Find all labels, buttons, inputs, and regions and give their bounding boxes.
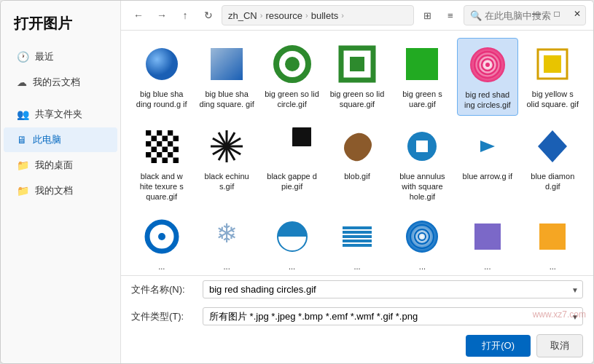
file-item-f19[interactable]: ... bbox=[392, 210, 453, 275]
filename-row: 文件名称(N): ▼ bbox=[121, 276, 593, 303]
file-label-f1: big blue sha ding round.g if bbox=[134, 89, 189, 110]
file-icon-f6 bbox=[466, 43, 509, 87]
open-button[interactable]: 打开(O) bbox=[466, 335, 531, 357]
bottom-bar: 文件名称(N): ▼ 文件类型(T): ▼ 打开(O) 取消 bbox=[121, 275, 593, 364]
file-item-f21[interactable]: ... bbox=[523, 210, 583, 275]
file-label-f13: blue arrow.g if bbox=[463, 171, 512, 181]
sidebar-item-desktop[interactable]: 📁我的桌面 bbox=[4, 153, 117, 178]
breadcrumb-item: resource bbox=[265, 10, 302, 21]
file-item-f4[interactable]: big green so lid square.gif bbox=[327, 38, 387, 116]
file-item-f8[interactable]: black and w hite texure s quare.gif bbox=[131, 120, 192, 207]
svg-rect-46 bbox=[173, 141, 179, 147]
file-item-f3[interactable]: big green so lid circle.gif bbox=[262, 38, 322, 116]
file-icon-f9 bbox=[205, 124, 249, 168]
file-item-f6[interactable]: big red shad ing circles.gif bbox=[457, 38, 517, 116]
file-label-f8: black and w hite texure s quare.gif bbox=[134, 171, 189, 202]
up-button[interactable]: ↑ bbox=[175, 5, 195, 25]
view-button-1[interactable]: ⊞ bbox=[417, 5, 437, 25]
file-label-f21: ... bbox=[550, 261, 556, 272]
svg-rect-32 bbox=[162, 130, 168, 136]
sidebar-label-share: 共享文件夹 bbox=[35, 108, 82, 121]
app-title: 打开图片 bbox=[1, 1, 120, 44]
svg-rect-45 bbox=[173, 135, 179, 141]
file-label-f2: big blue sha ding square. gif bbox=[199, 89, 254, 110]
file-icon-f11 bbox=[335, 124, 379, 168]
filename-input-wrap: ▼ bbox=[203, 280, 583, 298]
svg-rect-18 bbox=[146, 152, 152, 158]
file-label-f9: black echinu s.gif bbox=[199, 171, 254, 192]
file-icon-f20 bbox=[466, 215, 509, 258]
svg-rect-23 bbox=[151, 146, 157, 152]
forward-button[interactable]: → bbox=[152, 5, 172, 25]
file-item-f5[interactable]: big green s uare.gif bbox=[392, 38, 453, 116]
sidebar-item-recent[interactable]: 🕐最近 bbox=[4, 44, 117, 69]
sidebar-icon-cloud: ☁ bbox=[17, 76, 27, 88]
file-icon-f19 bbox=[400, 215, 444, 258]
svg-point-62 bbox=[223, 143, 230, 150]
file-item-f12[interactable]: blue annulus with square hole.gif bbox=[392, 120, 453, 207]
svg-rect-40 bbox=[168, 141, 173, 147]
sidebar-icon-desktop: 📁 bbox=[17, 159, 29, 171]
file-item-f15[interactable]: ... bbox=[131, 210, 192, 275]
svg-rect-33 bbox=[162, 135, 168, 141]
svg-rect-27 bbox=[157, 135, 163, 141]
file-grid-container: big blue sha ding round.g ifbig blue sha… bbox=[121, 31, 593, 275]
file-item-f7[interactable]: big yellow s olid square. gif bbox=[523, 38, 583, 116]
file-item-f2[interactable]: big blue sha ding square. gif bbox=[196, 38, 257, 116]
file-label-f10: black gappe d pie.gif bbox=[265, 171, 319, 192]
file-icon-f2 bbox=[205, 42, 249, 86]
file-icon-f14 bbox=[531, 124, 574, 168]
svg-rect-14 bbox=[146, 130, 152, 136]
file-icon-f18 bbox=[335, 215, 379, 258]
file-item-f10[interactable]: black gappe d pie.gif bbox=[262, 120, 322, 207]
sidebar-icon-mydoc: 📁 bbox=[17, 185, 29, 197]
svg-rect-36 bbox=[162, 152, 168, 158]
filename-label: 文件名称(N): bbox=[131, 283, 197, 296]
svg-rect-17 bbox=[146, 146, 152, 152]
sidebar-item-mydoc[interactable]: 📁我的文档 bbox=[4, 178, 117, 203]
file-icon-f3 bbox=[270, 42, 314, 86]
file-item-f1[interactable]: big blue sha ding round.g if bbox=[131, 38, 192, 116]
file-item-f13[interactable]: blue arrow.g if bbox=[457, 120, 517, 207]
file-item-f17[interactable]: ... bbox=[262, 210, 322, 275]
svg-rect-6 bbox=[406, 48, 438, 80]
svg-point-68 bbox=[158, 233, 165, 240]
minimize-button[interactable]: — bbox=[528, 5, 545, 23]
file-icon-f15 bbox=[140, 215, 184, 258]
sidebar-item-cloud[interactable]: ☁我的云文档 bbox=[4, 70, 117, 95]
svg-rect-25 bbox=[151, 157, 157, 163]
file-icon-f7 bbox=[531, 42, 574, 86]
back-button[interactable]: ← bbox=[128, 5, 149, 25]
file-item-f11[interactable]: blob.gif bbox=[327, 120, 387, 207]
file-icon-f1 bbox=[140, 42, 184, 86]
file-label-f5: big green s uare.gif bbox=[395, 89, 450, 110]
breadcrumb-sep1: › bbox=[260, 11, 263, 20]
cancel-button[interactable]: 取消 bbox=[536, 334, 583, 357]
sidebar-label-desktop: 我的桌面 bbox=[35, 159, 73, 172]
file-item-f14[interactable]: blue diamon d.gif bbox=[523, 120, 583, 207]
filename-input[interactable] bbox=[203, 280, 583, 298]
sidebar-item-thispc[interactable]: 🖥此电脑 bbox=[4, 127, 117, 152]
breadcrumb-item: zh_CN bbox=[228, 10, 257, 21]
maximize-button[interactable]: □ bbox=[548, 5, 566, 23]
sidebar-icon-thispc: 🖥 bbox=[17, 134, 27, 146]
svg-rect-81 bbox=[539, 223, 566, 250]
filetype-label: 文件类型(T): bbox=[131, 310, 197, 323]
svg-rect-15 bbox=[146, 135, 152, 141]
file-label-f12: blue annulus with square hole.gif bbox=[395, 171, 450, 202]
file-item-f18[interactable]: ... bbox=[327, 210, 387, 275]
breadcrumb[interactable]: zh_CN › resource › bullets › bbox=[222, 5, 414, 25]
svg-rect-64 bbox=[416, 141, 428, 152]
close-button[interactable]: ✕ bbox=[568, 5, 586, 23]
file-item-f16[interactable]: ❄... bbox=[196, 210, 257, 275]
svg-rect-21 bbox=[151, 135, 157, 141]
view-button-2[interactable]: ≡ bbox=[440, 5, 461, 25]
refresh-button[interactable]: ↻ bbox=[198, 5, 219, 25]
file-icon-f4 bbox=[335, 42, 379, 86]
file-item-f9[interactable]: black echinu s.gif bbox=[196, 120, 257, 207]
file-label-f19: ... bbox=[419, 261, 426, 272]
filetype-input[interactable] bbox=[203, 307, 583, 325]
sidebar-item-share[interactable]: 👥共享文件夹 bbox=[4, 102, 117, 127]
file-item-f20[interactable]: ... bbox=[457, 210, 517, 275]
svg-rect-42 bbox=[168, 152, 173, 158]
